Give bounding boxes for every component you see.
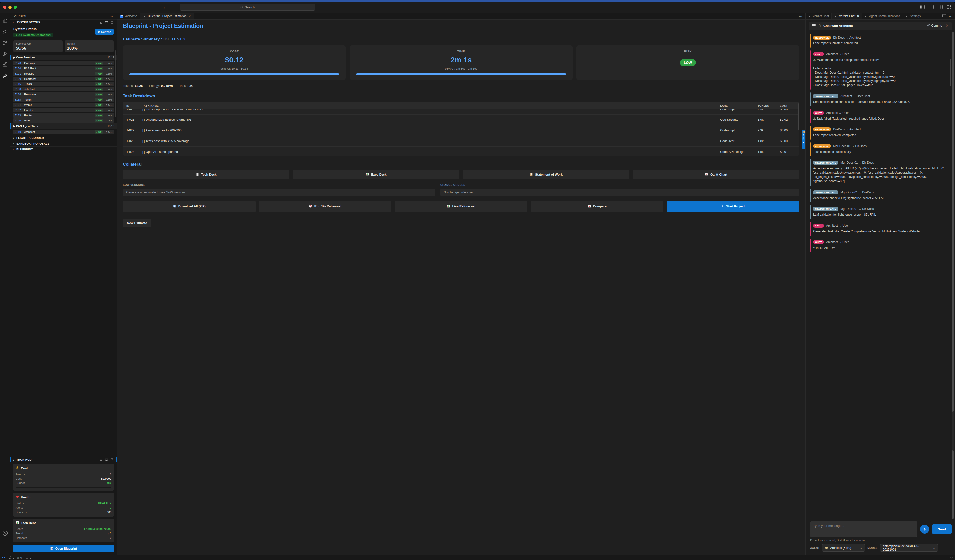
service-status-badge: ✓ UP [94,98,103,101]
run-1-rehearsal-button[interactable]: Run 1% Rehearsal [259,201,392,212]
extensions-icon[interactable] [0,59,11,70]
estimate-summary-heading: Estimate Summary : IDE TEST 3 [123,37,478,42]
editor-tab-welcome[interactable]: Welcome [117,13,140,19]
exec-deck-button[interactable]: Exec Deck [293,170,460,179]
service-row[interactable]: 6109Heartbeat✓ UP0.3ms [13,76,114,81]
service-port: 6116 [15,83,22,86]
service-row[interactable]: 6100PAS Root✓ UP0.1ms [13,66,114,70]
estimate-stats: Tokens:68.2kEnergy:0.0 kWhTasks:24 [123,84,478,88]
button-label: Exec Deck [371,173,387,176]
table-row[interactable]: T-024[ ] OpenAPI spec updatedCode-API-De… [123,147,478,156]
close-window-button[interactable] [3,6,6,9]
section-blueprint[interactable]: ∨ BLUEPRINT [11,146,117,152]
comment-icon[interactable] [105,21,108,24]
maximize-window-button[interactable] [14,6,17,9]
back-icon[interactable]: ← [163,5,167,10]
tech-deck-button[interactable]: Tech Deck [123,170,290,179]
sidebar-title: VERDICT [14,15,27,18]
sidebar-more-icon[interactable]: ⋯ [110,14,113,18]
chevron-down-icon: ∨ [12,21,16,24]
sow-versions-label: SOW VERSIONS [123,183,435,186]
table-row[interactable]: T-020[ ] Invalid input returns 400 with … [123,109,478,114]
service-status-badge: ✓ UP [94,130,103,134]
service-row[interactable]: 6116TRON✓ UP0.2ms [13,82,114,86]
service-status-badge: ✓ UP [94,93,103,96]
service-row[interactable]: 6102Events✓ UP0.1ms [13,108,114,112]
refresh-button[interactable]: ↻Refresh [95,29,114,34]
service-row[interactable]: 6121Registry✓ UP0.1ms [13,71,114,76]
service-name: Router [24,114,92,117]
minimize-window-button[interactable] [8,6,12,9]
service-latency: 0.1ms [105,109,113,112]
new-estimate-button[interactable]: New Estimate [123,219,151,227]
explorer-icon[interactable] [0,16,11,27]
summary-card-value: 2m 1s [450,56,471,64]
section-sandbox-proposals[interactable]: › SANDBOX PROPOSALS [11,140,117,146]
section-flight-recorder[interactable]: › FLIGHT RECORDER [11,135,117,140]
bar-chart-icon[interactable] [99,21,103,24]
service-name: Events [24,109,92,112]
editor-tab-blueprint-project-estimation[interactable]: Blueprint - Project Estimation✕ [140,13,194,19]
table-row[interactable]: T-021[ ] Unauthorized access returns 401… [123,114,478,125]
close-icon[interactable]: ✕ [188,15,191,18]
chevron-right-icon: › [12,136,16,139]
editor-tab-bar: WelcomeBlueprint - Project Estimation✕⋯ [117,13,478,20]
service-row[interactable]: 6130Aider✓ UP0.2ms [13,118,114,123]
forward-icon[interactable]: → [171,5,175,10]
search-sidebar-icon[interactable] [0,27,11,37]
table-header-cell: TASK NAME [142,104,478,107]
doc-icon [196,172,199,177]
service-port: 6110 [15,130,22,133]
service-status-badge: ✓ UP [94,67,103,70]
table-cell: [ ] OpenAPI spec updated [142,150,478,154]
window-controls[interactable] [3,6,17,9]
service-row[interactable]: 6103Router✓ UP0.1ms [13,113,114,117]
service-row[interactable]: 6120Gateway✓ UP0.1ms [13,61,114,66]
service-row[interactable]: 6180JobCard✓ UP0.2ms [13,87,114,91]
service-status-badge: ✓ UP [94,103,103,106]
action-buttons: Download All (ZIP)Run 1% RehearsalLive R… [123,201,478,212]
service-group-header[interactable]: ▶ Core Services12/12 [11,55,117,60]
tab-label: Blueprint - Project Estimation [148,14,186,18]
table-row[interactable]: T-022[ ] Avatar resizes to 200x200Code-I… [123,125,478,136]
service-status-badge: ✓ UP [94,119,103,122]
section-label: BLUEPRINT [16,148,33,151]
service-row[interactable]: 6101WebUI✓ UP0.1ms [13,103,114,107]
service-row[interactable]: 6110Architect✓ UP0.1ms [13,130,114,134]
button-label: Run 1% Rehearsal [315,205,341,209]
collateral-buttons: Tech DeckExec DeckStatement of WorkGantt… [123,170,478,179]
service-row[interactable]: 6104Resource✓ UP0.1ms [13,92,114,97]
table-row[interactable]: T-023[ ] Tests pass with >95% coverageCo… [123,136,478,147]
chart-icon [366,172,369,177]
statement-of-work-button[interactable]: Statement of Work [463,170,478,179]
section-system-status[interactable]: ∨ SYSTEM STATUS [11,19,117,25]
service-port: 6121 [15,72,22,75]
live-reforecast-button[interactable]: Live Reforecast [395,201,478,212]
download-all-zip--button[interactable]: Download All (ZIP) [123,201,256,212]
summary-progress-bar [129,73,339,75]
sidebar-stat-cards: Services Up56/56Health100% [11,39,117,54]
service-latency: 0.1ms [105,93,113,96]
summary-card-cost: COST$0.1295% CI: $0.11 - $0.14 [123,45,346,80]
sidebar-stat-card: Services Up56/56 [13,41,63,52]
service-list: 6120Gateway✓ UP0.1ms6100PAS Root✓ UP0.1m… [11,61,117,123]
source-control-icon[interactable] [0,37,11,48]
table-cell: [ ] Invalid input returns 400 with error… [142,109,478,111]
service-status-badge: ✓ UP [94,77,103,81]
sidebar-scrollbar[interactable] [115,50,116,117]
collateral-heading: Collateral [123,162,478,167]
sow-versions-box: Generate an estimate to see SoW versions [123,189,435,196]
service-group-header[interactable]: ▶ PAS Agent Tiers13/13 [11,123,117,129]
service-name: Gateway [24,62,92,65]
verdict-extension-icon[interactable] [0,70,11,81]
service-latency: 0.3ms [105,78,113,80]
table-cell: [ ] Tests pass with >95% coverage [142,139,478,143]
task-table: IDTASK NAMELANETOKENSCOST T-020[ ] Inval… [123,102,478,156]
search-input[interactable]: Search [180,4,315,11]
service-row[interactable]: 6105Token✓ UP0.1ms [13,97,114,102]
table-scroll-viewport[interactable]: T-020[ ] Invalid input returns 400 with … [123,109,478,156]
gauge-icon[interactable] [110,21,114,24]
summary-cards: COST$0.1295% CI: $0.11 - $0.14TIME2m 1s9… [123,45,478,80]
run-debug-icon[interactable] [0,48,11,59]
tab-label: Welcome [125,14,137,18]
